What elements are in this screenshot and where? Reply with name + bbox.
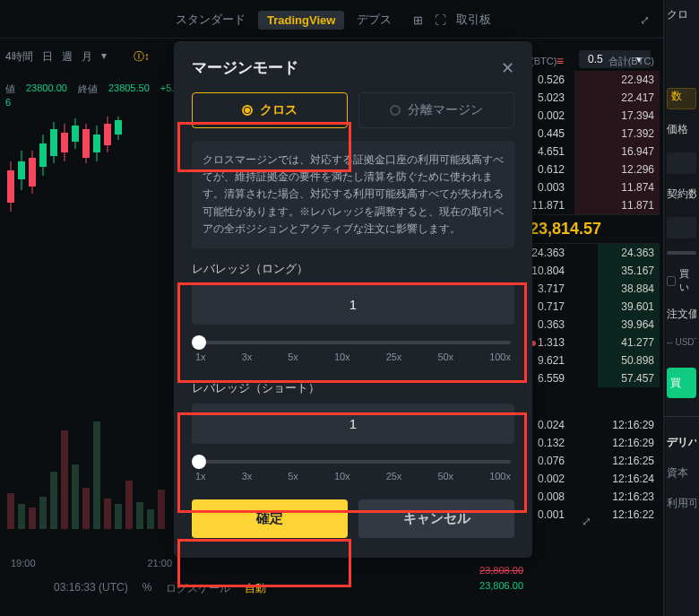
ask-total: 11.874: [595, 181, 654, 194]
leverage-tick: 1x: [195, 471, 206, 482]
fullscreen-icon[interactable]: ⛶: [426, 11, 444, 30]
leverage-short-slider[interactable]: 1x3x5x10x25x50x100x: [192, 455, 514, 487]
tab-standard[interactable]: スタンダード: [167, 9, 255, 30]
candle-toggle-icon[interactable]: Ⓘ↕: [134, 49, 150, 65]
confirm-button[interactable]: 確定: [192, 499, 348, 538]
contracts-input[interactable]: [667, 217, 696, 239]
trade-form-panel: クロ 数 価格 契約数 買い 注文価 -- USDT 買 デリバ 資本 利用可: [663, 0, 699, 616]
leverage-tick: 10x: [334, 351, 350, 362]
radio-selected-icon: [242, 105, 253, 116]
chart-x-axis: 19:00 21:00: [11, 558, 172, 568]
timeframe-selector: 4時間 日 週 月 ▾ Ⓘ↕: [5, 49, 150, 65]
leverage-tick: 100x: [489, 351, 511, 362]
trade-price: 23,808.00: [479, 563, 523, 579]
leverage-long-slider[interactable]: 1x3x5x10x25x50x100x: [192, 335, 514, 368]
trade-price: 23,806.00: [479, 578, 523, 594]
leverage-tick: 50x: [437, 471, 453, 482]
bid-total: 39.964: [595, 318, 654, 331]
leverage-tick: 50x: [437, 351, 453, 362]
trade-time: 12:16:23: [595, 490, 654, 503]
price-input[interactable]: [667, 152, 696, 174]
buy-button[interactable]: 買: [667, 368, 696, 398]
leverage-tick: 3x: [242, 471, 253, 482]
timeframe-week[interactable]: 週: [62, 49, 73, 65]
timeframe-4h[interactable]: 4時間: [5, 49, 33, 65]
bid-total: 57.457: [595, 372, 654, 385]
cross-margin-option[interactable]: クロス: [192, 92, 348, 128]
equity-label: 資本: [667, 465, 696, 483]
margin-mode-modal: マージンモード ✕ クロス 分離マージン クロスマージンでは、対応する証拠金口座…: [174, 41, 532, 558]
top-tab-bar: スタンダード TradingView デプス ⊞ ⛶ 取引板 ⤢: [0, 9, 699, 39]
trade-time: 12:16:22: [595, 508, 654, 521]
leverage-long-label: レバレッジ（ロング）: [192, 261, 514, 277]
isolated-margin-option[interactable]: 分離マージン: [358, 92, 514, 128]
leverage-long-value[interactable]: 1: [192, 284, 514, 325]
leverage-short-label: レバレッジ（ショート）: [192, 380, 514, 396]
slider-thumb[interactable]: [192, 335, 206, 350]
ask-total: 22.417: [595, 91, 654, 104]
volume-chart[interactable]: [5, 377, 167, 538]
close-value: 23805.50: [108, 82, 150, 96]
mid-price-value: 23,814.57: [530, 220, 601, 239]
bid-total: 38.884: [595, 282, 654, 295]
timeframe-more-icon[interactable]: ▾: [101, 49, 107, 65]
trade-time: 12:16:24: [595, 473, 654, 485]
leverage-tick: 1x: [195, 351, 206, 362]
clock-time: 03:16:33 (UTC): [54, 581, 128, 596]
leverage-tick: 100x: [489, 471, 511, 482]
auto-toggle[interactable]: 自動: [245, 581, 266, 596]
margin-mode-pill[interactable]: クロ: [667, 7, 696, 25]
margin-note: クロスマージンでは、対応する証拠金口座の利用可能残高すべてが、維持証拠金の要件を…: [192, 141, 514, 248]
cross-label: クロス: [260, 102, 298, 118]
deriv-label: デリバ: [667, 435, 696, 453]
expand-icon[interactable]: ⤢: [631, 11, 649, 30]
logscale-toggle[interactable]: ログスケール: [166, 581, 230, 596]
tab-depth[interactable]: デプス: [348, 9, 401, 30]
trade-time: 12:16:25: [595, 455, 654, 467]
leverage-tick: 10x: [334, 471, 350, 482]
leverage-tick: 5x: [288, 351, 298, 362]
x-tick-right: 21:00: [147, 558, 172, 568]
leverage-long-block: レバレッジ（ロング） 1 1x3x5x10x25x50x100x: [192, 261, 514, 368]
x-tick-left: 19:00: [11, 558, 36, 568]
open-value: 23800.00: [26, 82, 67, 96]
change-row2: 6: [5, 97, 11, 108]
qty-button[interactable]: 数: [667, 88, 696, 109]
avail-label: 利用可: [667, 496, 696, 514]
order-price-label: 注文価: [667, 307, 696, 325]
bid-total: 24.363: [595, 247, 654, 259]
qty-slider[interactable]: [667, 251, 696, 255]
chart-footer: 03:16:33 (UTC) % ログスケール 自動: [54, 581, 266, 596]
price-label: 価格: [667, 122, 696, 140]
price-ohlc: 値 23800.00 終値 23805.50 +5.00: [5, 82, 186, 96]
leverage-short-block: レバレッジ（ショート） 1 1x3x5x10x25x50x100x: [192, 380, 514, 487]
ask-total: 22.943: [595, 74, 654, 86]
trade-time: 12:16:29: [595, 437, 654, 449]
cancel-button[interactable]: キャンセル: [358, 499, 514, 538]
ask-total: 17.392: [595, 127, 654, 140]
bid-total: 35.167: [595, 265, 654, 277]
total-header: 合計(BTC): [608, 55, 654, 68]
buy-checkbox[interactable]: 買い: [667, 267, 696, 294]
order-price-unit: -- USDT: [667, 337, 696, 355]
leverage-tick: 25x: [386, 471, 402, 482]
ask-total: 11.871: [595, 199, 654, 212]
orderbook-expand-icon[interactable]: ⤢: [582, 515, 591, 528]
last-prices: 23,808.00 23,806.00: [479, 563, 523, 594]
tab-tradingview[interactable]: TradingView: [258, 11, 344, 30]
close-icon[interactable]: ✕: [501, 58, 514, 78]
percent-toggle[interactable]: %: [142, 581, 152, 596]
radio-unselected-icon: [390, 105, 401, 116]
leverage-short-value[interactable]: 1: [192, 403, 514, 444]
close-label: 終値: [78, 82, 98, 96]
modal-title: マージンモード: [192, 57, 298, 78]
timeframe-day[interactable]: 日: [42, 49, 53, 65]
grid-layout-icon[interactable]: ⊞: [404, 11, 422, 30]
tab-tradeboard[interactable]: 取引板: [447, 9, 500, 30]
timeframe-month[interactable]: 月: [82, 49, 92, 65]
bid-total: 39.601: [595, 300, 654, 313]
bid-total: 50.898: [595, 354, 654, 367]
slider-thumb[interactable]: [192, 455, 206, 469]
leverage-tick: 5x: [288, 471, 298, 482]
ask-total: 16.947: [595, 145, 654, 158]
